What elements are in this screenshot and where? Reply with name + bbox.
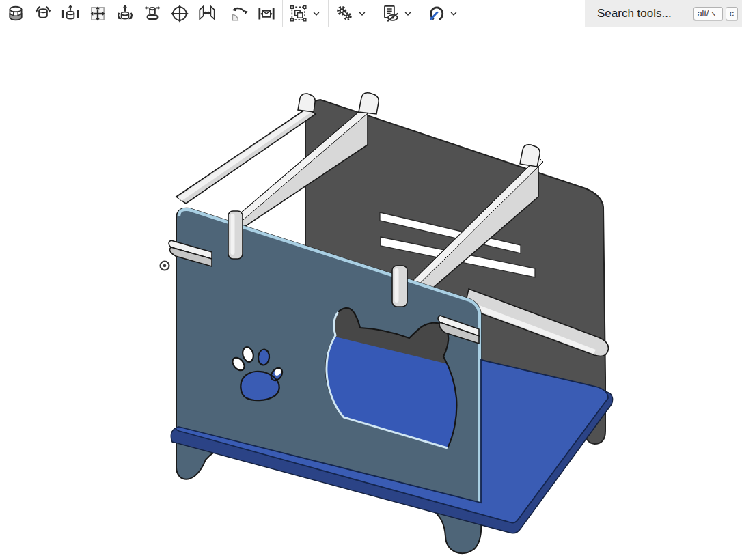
toolbar-button-pan-cylinder[interactable] [57, 1, 84, 27]
orbit-up-icon [115, 3, 135, 24]
shortcut-keycaps: alt/⌥c [693, 7, 738, 21]
3d-viewport[interactable] [0, 0, 742, 560]
toolbar-button-select-tools[interactable] [285, 1, 326, 27]
search-tools-input[interactable] [596, 6, 690, 21]
rail-tab [298, 94, 315, 112]
toolbar-button-orbit-up[interactable] [111, 1, 139, 27]
toolbar-button-pan-view[interactable] [84, 1, 111, 27]
hide-items-icon [380, 3, 400, 24]
settings-gears-icon [334, 3, 355, 24]
rotate-view-icon [229, 3, 249, 24]
chevron-down-icon [448, 8, 460, 20]
zoom-to-fit-icon [256, 3, 277, 24]
toolbar-button-sphere-orbit[interactable] [166, 1, 193, 27]
search-tools-box[interactable]: alt/⌥c [585, 0, 742, 27]
chevron-down-icon [356, 8, 368, 20]
pan-cylinder-icon [60, 3, 81, 24]
toolbar-group [223, 0, 282, 27]
app-window: alt/⌥c [0, 0, 742, 560]
toolbar-button-zoom-to-fit[interactable] [253, 1, 280, 27]
toolbar-group [374, 0, 420, 27]
toolbar-group [282, 0, 328, 27]
turntable-rotate-icon [142, 3, 163, 24]
toolbar-button-rotate-view[interactable] [225, 1, 253, 27]
rail-tab [520, 145, 540, 167]
plank-front-tab [228, 211, 243, 259]
origin-marker[interactable] [161, 262, 169, 270]
chevron-down-icon [402, 8, 414, 20]
toolbar-group [328, 0, 374, 27]
mirror-view-icon [197, 3, 217, 24]
plank-front-tab [392, 266, 407, 307]
toolbar-button-orbit-cylinder[interactable] [29, 1, 57, 27]
shortcut-keycap: alt/⌥ [693, 7, 723, 21]
toolbar-group [0, 0, 223, 27]
orbit-cylinder-icon [33, 3, 53, 24]
shortcut-keycap: c [726, 7, 738, 21]
view-toolbar: alt/⌥c [0, 0, 742, 27]
chevron-down-icon [310, 8, 322, 20]
orbit-tool-icon [426, 3, 446, 24]
toolbar-button-turntable-rotate[interactable] [139, 1, 166, 27]
pan-view-icon [87, 3, 108, 24]
toolbar-group [420, 0, 465, 27]
toolbar-button-mirror-view[interactable] [193, 1, 221, 27]
toolbar-groups [0, 0, 465, 27]
select-tools-icon [288, 3, 309, 24]
toolbar-button-section-view[interactable] [2, 1, 29, 27]
rail-tab [359, 93, 379, 114]
sphere-orbit-icon [169, 3, 190, 24]
toolbar-button-settings-gears[interactable] [331, 1, 372, 27]
toolbar-button-hide-items[interactable] [376, 1, 417, 27]
toolbar-button-orbit-tool[interactable] [422, 1, 463, 27]
section-view-icon [5, 3, 26, 24]
